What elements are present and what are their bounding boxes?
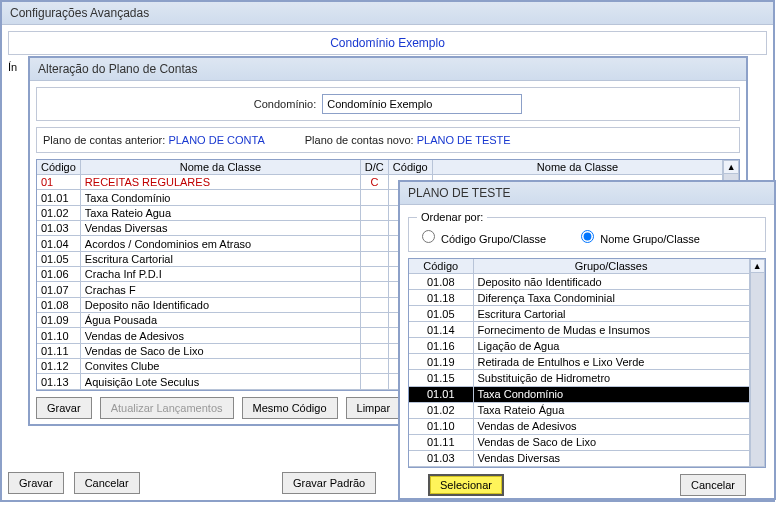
main-cancelar-button[interactable]: Cancelar: [74, 472, 140, 494]
plano-teste-scrollbar[interactable]: ▲: [750, 259, 765, 467]
plano-teste-window: PLANO DE TESTE Ordenar por: Código Grupo…: [398, 180, 776, 500]
radio-codigo[interactable]: [422, 230, 435, 243]
table-row[interactable]: 01.16Ligação de Agua: [409, 338, 749, 354]
table-row[interactable]: 01.18Diferença Taxa Condominial: [409, 290, 749, 306]
radio-codigo-label[interactable]: Código Grupo/Classe: [417, 227, 546, 245]
table-row[interactable]: 01.02Taxa Rateio Água: [409, 402, 749, 418]
plano-anterior-label: Plano de contas anterior:: [43, 134, 165, 146]
table-row[interactable]: 01.01Taxa Condomínio: [409, 386, 749, 402]
plano-novo-value: PLANO DE TESTE: [417, 134, 511, 146]
table-row[interactable]: 01.03Vendas Diversas: [409, 450, 749, 466]
radio-nome-label[interactable]: Nome Grupo/Classe: [576, 227, 700, 245]
col-codigo2: Código: [388, 160, 432, 175]
radio-nome[interactable]: [581, 230, 594, 243]
plano-novo-label: Plano de contas novo:: [305, 134, 414, 146]
plano-teste-title: PLANO DE TESTE: [400, 182, 774, 205]
main-gravar-button[interactable]: Gravar: [8, 472, 64, 494]
table-row[interactable]: 01.14Fornecimento de Mudas e Insumos: [409, 322, 749, 338]
col-codigo: Código: [37, 160, 80, 175]
alt-limpar-button[interactable]: Limpar: [346, 397, 402, 419]
pt-cancelar-button[interactable]: Cancelar: [680, 474, 746, 496]
table-row[interactable]: 01.05Escritura Cartorial: [409, 306, 749, 322]
condominio-input[interactable]: [322, 94, 522, 114]
alt-gravar-button[interactable]: Gravar: [36, 397, 92, 419]
table-row[interactable]: 01.19Retirada de Entulhos e Lixo Verde: [409, 354, 749, 370]
selecionar-button[interactable]: Selecionar: [428, 474, 504, 496]
ordenar-fieldset: Ordenar por: Código Grupo/Classe Nome Gr…: [408, 211, 766, 252]
plano-teste-table[interactable]: Código Grupo/Classes 01.08Deposito não I…: [409, 259, 750, 467]
pt-col-codigo: Código: [409, 259, 473, 274]
condominio-banner: Condomínio Exemplo: [8, 31, 767, 55]
alt-atualizar-button: Atualizar Lançamentos: [100, 397, 234, 419]
main-gravar-padrao-button[interactable]: Gravar Padrão: [282, 472, 376, 494]
table-row[interactable]: 01.08Deposito não Identificado: [409, 274, 749, 290]
col-nome: Nome da Classe: [80, 160, 360, 175]
plano-anterior-value: PLANO DE CONTA: [168, 134, 264, 146]
pt-col-grupo: Grupo/Classes: [473, 259, 749, 274]
alteracao-title: Alteração do Plano de Contas: [30, 58, 746, 81]
alt-mesmo-button[interactable]: Mesmo Código: [242, 397, 338, 419]
col-dc: D/C: [360, 160, 388, 175]
col-nome2: Nome da Classe: [432, 160, 723, 175]
condominio-label: Condomínio:: [254, 98, 316, 110]
ordenar-label: Ordenar por:: [417, 211, 487, 223]
main-title: Configurações Avançadas: [2, 2, 773, 25]
table-row[interactable]: 01.15Substituição de Hidrometro: [409, 370, 749, 386]
table-row[interactable]: 01.11Vendas de Saco de Lixo: [409, 434, 749, 450]
table-row[interactable]: 01.10Vendas de Adesivos: [409, 418, 749, 434]
